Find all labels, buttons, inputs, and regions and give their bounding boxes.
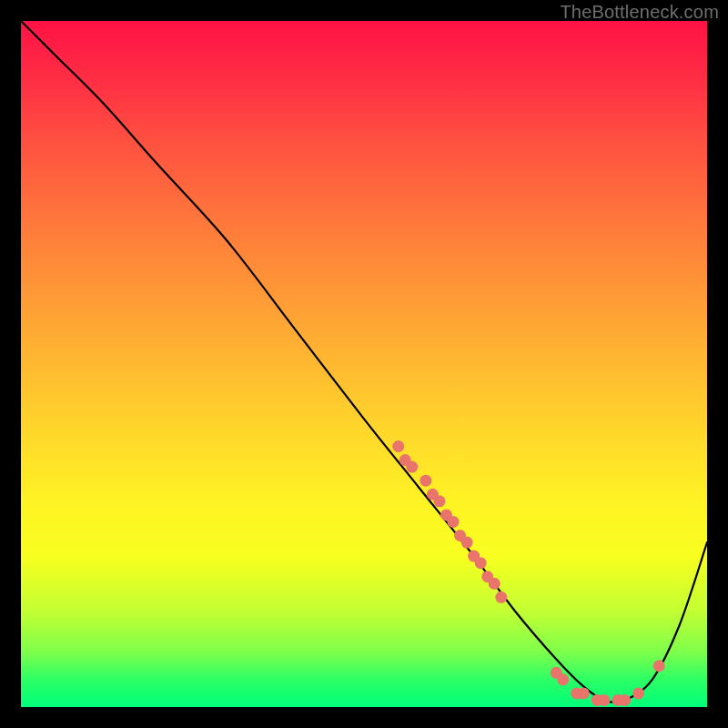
highlight-dot (632, 687, 644, 699)
watermark-text: TheBottleneck.com (560, 2, 719, 23)
highlight-dot (619, 694, 631, 706)
highlight-dot (475, 557, 487, 569)
highlight-dot (433, 495, 445, 507)
curve-layer (21, 21, 707, 707)
highlight-dot (406, 461, 418, 473)
highlight-dot (420, 475, 431, 487)
highlight-dot (495, 592, 507, 603)
highlight-dot (653, 660, 665, 672)
highlight-dot (557, 673, 569, 685)
plot-area (21, 21, 707, 707)
highlight-dot (448, 516, 460, 528)
chart-stage: TheBottleneck.com (0, 0, 728, 728)
bottleneck-curve (21, 21, 707, 703)
highlight-dot (489, 578, 500, 590)
highlight-dot (598, 694, 610, 706)
highlight-dots (392, 440, 665, 706)
highlight-dot (392, 440, 404, 452)
highlight-dot (461, 537, 473, 549)
highlight-dot (578, 687, 590, 699)
